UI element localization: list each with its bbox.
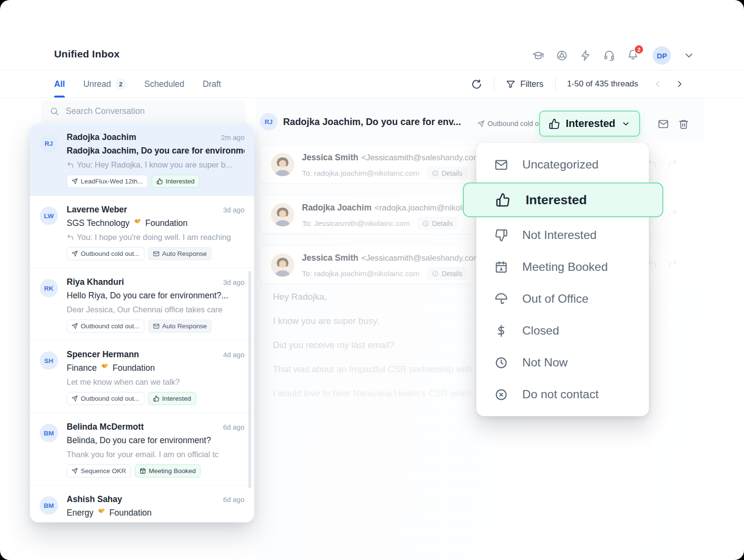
dollar-icon [495,324,508,337]
toolbar: Filters 1-50 of 435 threads [471,70,685,98]
details-button[interactable]: Details [427,167,467,180]
timestamp: 3d ago [223,279,244,286]
calendar-icon [495,261,508,274]
tag-outbound-cold-out: Outbound cold out... [67,392,144,405]
tag-leadflux-wed-12th: LeadFlux-Wed 12th... [67,175,148,188]
tab-label: Scheduled [144,79,185,89]
clock-icon [495,356,508,369]
email-body-line: I would love to hear Narayana Health's C… [273,388,476,401]
send-icon [72,251,78,257]
tag-row: Outbound cold out...Auto Response [67,247,244,260]
menu-item-not-now[interactable]: Not Now [476,347,649,378]
details-label: Details [442,270,462,278]
forward-icon[interactable] [668,209,678,219]
send-icon [72,178,78,184]
conversation-item[interactable]: SHSpencer Hermann4d agoFinance Foundatio… [30,340,254,413]
tab-draft[interactable]: Draft [203,70,221,98]
conversation-item[interactable]: BMBelinda McDermott6d agoBelinda, Do you… [30,413,254,485]
chevron-left-icon[interactable] [653,79,662,89]
search-bar[interactable] [41,100,246,123]
tag-meeting-booked: Meeting Booked [135,464,201,477]
subject: Belinda, Do you care for environment? [67,434,244,448]
tab-unread[interactable]: Unread2 [83,70,126,98]
filters-label: Filters [520,79,544,89]
subject: Radojka Joachim, Do you care for environ… [67,144,244,158]
message-sender: Jessica Smith [302,253,358,263]
academy-icon[interactable] [532,50,544,61]
divider [494,78,494,90]
timestamp: 6d ago [223,496,244,504]
handshake-emoji [96,506,107,516]
menu-item-out-of-office[interactable]: Out of Office [476,283,649,315]
preview: Dear Jessica, Our Chennai office takes c… [67,303,244,316]
details-button[interactable]: Details [427,267,467,280]
sender-name: Ashish Sahay [67,494,122,504]
conversation-item[interactable]: RKRiya Khanduri3d agoHello Riya, Do you … [30,268,254,340]
email-body-line: That was about an Impactful CSR partners… [273,364,476,377]
message-recipient: To: radojka.joachim@nikolainc.com [302,169,419,178]
menu-item-label: Closed [522,324,559,337]
divider [555,78,556,90]
user-avatar[interactable]: DP [653,46,671,65]
lightning-icon[interactable] [580,50,591,61]
chevron-down-icon [621,119,630,128]
search-input[interactable] [65,106,229,117]
menu-item-closed[interactable]: Closed [476,315,649,347]
category-dropdown-menu: UncategorizedInterestedNot InterestedMee… [476,143,649,416]
sender-name: Laverne Weber [67,205,127,215]
category-label: Interested [566,118,615,130]
email-body-line: Hey Radojka, [273,292,476,305]
menu-item-not-interested[interactable]: Not Interested [476,219,649,251]
forward-icon[interactable] [668,259,678,269]
conversation-list: RJRadojka Joachim2m agoRadojka Joachim, … [30,124,254,522]
umbrella-icon [495,293,508,306]
tab-label: Draft [203,79,221,89]
conversation-item[interactable]: LWLaverne Weber3d agoSGS Technology Foun… [30,196,254,268]
timestamp: 6d ago [223,423,244,431]
sender-name: Belinda McDermott [67,422,143,432]
support-headset-icon[interactable] [603,50,615,61]
send-icon [477,120,485,127]
chevron-right-icon[interactable] [675,79,685,89]
tab-scheduled[interactable]: Scheduled [144,70,185,98]
menu-item-do-not-contact[interactable]: Do not contact [476,378,649,410]
thumbs-up-icon [157,178,163,184]
tab-all[interactable]: All [54,70,65,98]
subject: Energy Foundation [67,506,244,520]
browser-extension-icon[interactable] [556,50,568,61]
scrollbar-thumb[interactable] [248,271,251,488]
mark-unread-icon[interactable] [658,119,669,129]
details-button[interactable]: Details [417,217,458,230]
preview: You: Hey Radojka, I know you are super b… [67,158,244,171]
thumbs-up-icon [496,193,510,207]
forward-icon[interactable] [668,158,678,168]
details-label: Details [432,220,453,227]
menu-item-meeting-booked[interactable]: Meeting Booked [476,251,649,283]
subject: Hello Riya, Do you care for environment?… [67,289,244,303]
menu-item-uncategorized[interactable]: Uncategorized [476,149,649,181]
menu-item-interested[interactable]: Interested [463,182,663,217]
filters-button[interactable]: Filters [506,79,544,89]
menu-item-label: Do not contact [522,388,599,401]
subject: Finance Foundation [67,361,244,375]
category-dropdown-button[interactable]: Interested [539,111,640,137]
chevron-down-icon[interactable] [683,50,695,61]
message-recipient: To: radojka.joachim@nikolainc.com [302,269,419,278]
menu-item-label: Not Now [522,356,568,369]
notifications-button[interactable]: 2 [627,49,639,62]
conversation-item[interactable]: RJRadojka Joachim2m agoRadojka Joachim, … [30,124,254,196]
timestamp: 3d ago [223,206,244,214]
funnel-icon [506,79,515,89]
refresh-icon[interactable] [471,79,482,90]
reply-arrow-icon [67,161,74,168]
conversation-item[interactable]: BMAshish Sahay6d agoEnergy Foundation [30,485,254,522]
menu-item-label: Interested [526,193,587,208]
send-icon [72,395,78,402]
tag-auto-response: Auto Response [148,247,212,260]
tag-row: Outbound cold out...Interested [67,392,244,405]
subject: SGS Technology Foundation [67,216,244,230]
menu-item-label: Not Interested [522,228,597,242]
app-window: Unified Inbox 2 DP AllUnread2ScheduledDr… [0,0,744,560]
trash-icon[interactable] [678,119,689,129]
page-title: Unified Inbox [54,48,120,60]
